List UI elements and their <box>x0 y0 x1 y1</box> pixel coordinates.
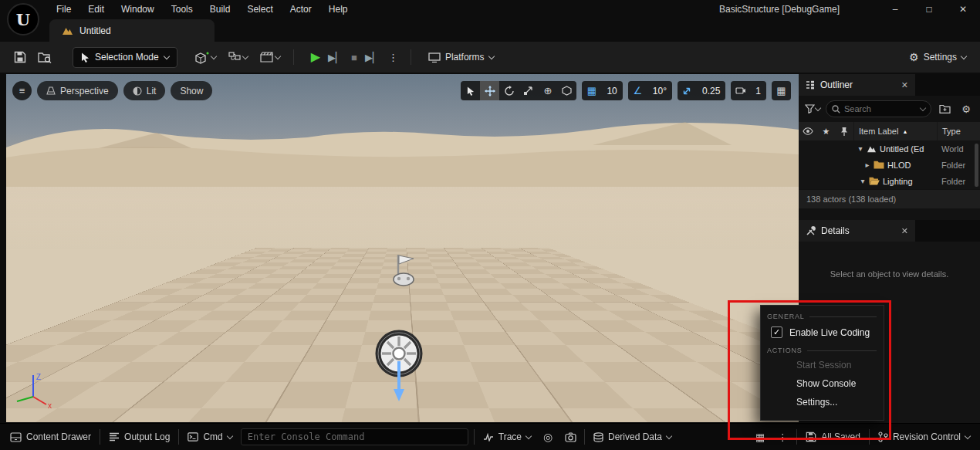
console-command-input[interactable] <box>241 428 468 445</box>
skip-to-end-button[interactable]: ▶▏ <box>365 52 380 63</box>
scale-tool-button[interactable] <box>519 81 538 100</box>
pin-column-button[interactable] <box>835 122 853 140</box>
cursor-icon <box>81 52 90 63</box>
play-button[interactable]: ▶ <box>311 51 320 63</box>
menu-edit[interactable]: Edit <box>79 1 113 18</box>
camera-speed-button[interactable] <box>731 81 750 100</box>
rotation-snap-toggle[interactable]: ∠ <box>628 81 647 100</box>
perspective-label: Perspective <box>60 86 109 96</box>
add-folder-button[interactable] <box>936 100 953 117</box>
show-dropdown[interactable]: Show <box>171 81 212 100</box>
blueprints-button[interactable] <box>226 46 250 68</box>
expand-open-icon[interactable]: ▾ <box>857 144 864 153</box>
menu-build[interactable]: Build <box>201 1 239 18</box>
selection-mode-dropdown[interactable]: Selection Mode <box>73 47 177 68</box>
start-session-item[interactable]: Start Session <box>761 356 884 374</box>
scale-snap-value[interactable]: 0.25 <box>697 86 725 96</box>
grid-snap-toggle[interactable]: ▦ <box>582 81 601 100</box>
outliner-row-hlod[interactable]: ▸ HLOD Folder <box>799 157 980 173</box>
section-divider <box>807 350 877 351</box>
save-button[interactable] <box>9 46 31 68</box>
unreal-logo-glyph: U <box>16 10 30 29</box>
menu-actor[interactable]: Actor <box>282 1 320 18</box>
outliner-settings-button[interactable]: ⚙ <box>958 100 975 117</box>
chevron-down-icon <box>920 104 926 110</box>
scale-snap-toggle[interactable] <box>678 81 697 100</box>
settings-label: Settings <box>924 52 957 63</box>
minimize-button[interactable]: – <box>878 0 912 19</box>
close-button[interactable]: ✕ <box>946 0 980 19</box>
menu-file[interactable]: File <box>48 1 79 18</box>
tab-details[interactable]: Details ✕ <box>799 220 915 242</box>
settings-item[interactable]: Settings... <box>761 393 884 411</box>
trace-snapshot-button[interactable] <box>562 428 579 445</box>
cmd-dropdown[interactable]: Cmd <box>184 428 235 446</box>
surface-snap-toggle[interactable] <box>557 81 576 100</box>
tab-outliner[interactable]: Outliner ✕ <box>799 74 915 96</box>
outliner-scrollbar[interactable] <box>975 144 978 187</box>
frame-skip-button[interactable]: ▶▏ <box>328 52 343 63</box>
selection-mode-label: Selection Mode <box>95 52 159 63</box>
trace-dropdown[interactable]: Trace <box>480 428 534 446</box>
outliner-filter-button[interactable] <box>804 100 821 117</box>
world-space-toggle[interactable]: ⊕ <box>538 81 557 100</box>
stop-button[interactable]: ■ <box>351 52 357 63</box>
move-tool-button[interactable] <box>480 81 499 100</box>
item-label-column-header[interactable]: Item Label ▲ <box>853 122 937 140</box>
menu-help[interactable]: Help <box>320 1 357 18</box>
camera-speed-value[interactable]: 1 <box>750 86 766 96</box>
revision-control-dropdown[interactable]: Revision Control <box>875 428 973 446</box>
grid-snap-icon: ▦ <box>587 85 596 96</box>
select-tool-button[interactable] <box>461 81 480 100</box>
maximize-button[interactable]: □ <box>912 0 946 19</box>
type-column-header[interactable]: Type <box>937 122 980 140</box>
cinematics-button[interactable] <box>258 46 282 68</box>
tab-untitled[interactable]: Untitled <box>49 19 215 42</box>
expand-closed-icon[interactable]: ▸ <box>863 161 871 169</box>
viewport-canvas[interactable]: Z x ≡ Perspective Lit Show <box>6 74 799 422</box>
play-options-button[interactable]: ⋮ <box>388 52 398 63</box>
outliner-row-lighting[interactable]: ▾ Lighting Folder <box>799 173 980 189</box>
favorite-column-button[interactable]: ★ <box>817 122 835 140</box>
live-coding-checkbox[interactable]: ✓ <box>771 327 782 338</box>
outliner-tabbar: Outliner ✕ <box>799 74 980 96</box>
move-icon <box>485 86 495 96</box>
player-start-gizmo[interactable] <box>383 252 423 287</box>
grid-snap-value[interactable]: 10 <box>601 86 622 96</box>
browse-content-button[interactable] <box>34 46 56 68</box>
platforms-icon <box>428 52 441 63</box>
translate-arrow-gizmo[interactable] <box>391 361 407 401</box>
trace-target-button[interactable]: ◎ <box>539 428 556 445</box>
rotate-tool-button[interactable] <box>499 81 519 100</box>
visibility-column-button[interactable] <box>799 122 817 140</box>
viewport-menu-button[interactable]: ≡ <box>12 81 32 100</box>
show-console-item[interactable]: Show Console <box>761 374 884 393</box>
derived-data-dropdown[interactable]: Derived Data <box>590 428 674 446</box>
platforms-dropdown[interactable]: Platforms <box>424 46 498 68</box>
menu-select[interactable]: Select <box>238 1 281 18</box>
details-tabbar: Details ✕ <box>799 220 980 242</box>
status-options-button[interactable]: ⋮ <box>774 428 791 445</box>
enable-live-coding-item[interactable]: ✓ Enable Live Coding <box>761 322 884 343</box>
viewport-layout-button[interactable]: ▦ <box>772 81 791 100</box>
outliner-search[interactable] <box>826 100 931 117</box>
output-log-button[interactable]: Output Log <box>106 428 173 446</box>
expand-open-icon[interactable]: ▾ <box>859 177 867 185</box>
settings-dropdown[interactable]: ⚙ Settings <box>904 46 971 68</box>
search-input[interactable] <box>844 104 898 113</box>
menu-tools[interactable]: Tools <box>163 1 201 18</box>
outliner-row-untitled[interactable]: ▾ Untitled (Ed World <box>799 140 980 157</box>
details-close-icon[interactable]: ✕ <box>901 226 908 236</box>
add-actor-button[interactable] <box>193 46 218 68</box>
content-drawer-button[interactable]: Content Drawer <box>7 428 94 446</box>
insights-button[interactable]: ▦ <box>752 428 769 445</box>
lit-dropdown[interactable]: Lit <box>123 81 166 100</box>
rotation-snap-value[interactable]: 10° <box>647 86 672 96</box>
outliner-column-header: ★ Item Label ▲ Type <box>799 122 980 140</box>
perspective-dropdown[interactable]: Perspective <box>37 81 118 100</box>
outliner-close-icon[interactable]: ✕ <box>901 80 908 90</box>
menu-window[interactable]: Window <box>113 1 163 18</box>
all-saved-button[interactable]: All Saved <box>803 428 863 446</box>
general-header: GENERAL <box>767 313 805 320</box>
enable-live-coding-label: Enable Live Coding <box>789 327 870 338</box>
